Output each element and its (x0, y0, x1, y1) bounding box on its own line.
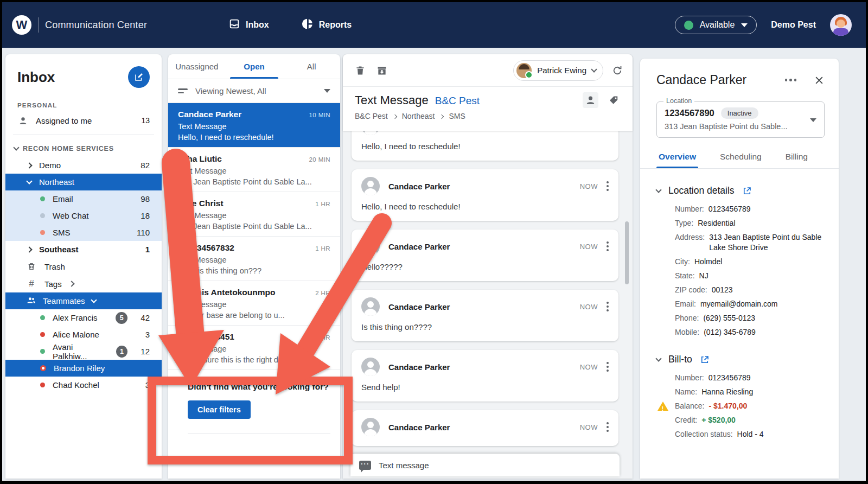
more-options-icon[interactable] (782, 75, 800, 85)
chevron-right-icon (392, 114, 397, 118)
trash-icon (26, 262, 37, 271)
sidebar-item-sms[interactable]: SMS 110 (5, 224, 162, 241)
archive-icon[interactable] (376, 65, 387, 76)
user-avatar[interactable] (830, 14, 852, 36)
bill-to-header[interactable]: Bill-to (656, 354, 825, 365)
tree-label: Northeast (39, 177, 74, 187)
conversation-item[interactable]: Miha Liutic20 MIN Text Message 313 Jean … (168, 148, 340, 192)
breadcrumb-item[interactable]: Northeast (402, 112, 435, 120)
teammate-chad-kochel[interactable]: Chad Kochel 3 (5, 377, 162, 393)
teammate-alex-francis[interactable]: Alex Francis 5 42 (5, 309, 162, 326)
compose-button[interactable] (128, 66, 150, 88)
sidebar-item-tags[interactable]: # Tags (5, 275, 162, 292)
brand: W Communication Center (2, 15, 147, 35)
nav-reports[interactable]: Reports (302, 18, 352, 32)
breadcrumb-item[interactable]: SMS (449, 112, 465, 120)
assignee-dropdown[interactable]: Patrick Ewing (513, 60, 603, 81)
message-card: Candace Parker NOW Hello, I need to resc… (352, 131, 618, 161)
tab-scheduling[interactable]: Scheduling (720, 152, 762, 168)
tree-label: Southeast (39, 245, 79, 254)
location-details-header[interactable]: Location details (656, 185, 825, 196)
location-selector[interactable]: Location 1234567890 Inactive 313 Jean Ba… (656, 101, 825, 138)
message-menu-icon[interactable] (607, 241, 609, 251)
message-menu-icon[interactable] (607, 362, 609, 372)
divider (640, 168, 839, 169)
conversation-item[interactable]: Mike Christ1 HR Text Message 313 Jean Ba… (168, 192, 340, 237)
row-label: Type: (675, 218, 693, 228)
nav-inbox[interactable]: Inbox (228, 18, 269, 32)
chevron-right-icon (26, 246, 32, 252)
chevron-down-icon (741, 23, 748, 27)
external-link-icon[interactable] (742, 186, 752, 196)
tree-count: 98 (141, 194, 150, 203)
row-label: Number: (675, 204, 704, 214)
conversation-preview: I'm not sure this is the right date on..… (178, 355, 330, 364)
clear-filters-button[interactable]: Clear filters (188, 400, 251, 419)
message-composer[interactable]: Text message (350, 454, 620, 476)
row-value: Hanna Riesling (701, 387, 753, 397)
message-sender: Candace Parker (388, 362, 450, 372)
tab-open[interactable]: Open (226, 54, 283, 79)
scrollbar-thumb[interactable] (625, 221, 629, 284)
sidebar-item-northeast[interactable]: Northeast (5, 174, 162, 190)
conversation-item[interactable]: Candace Parker10 MIN Text Message Hello,… (168, 103, 340, 148)
teammate-alice-malone[interactable]: Alice Malone 3 (5, 326, 162, 343)
avatar (361, 131, 380, 135)
sidebar-item-assigned-to-me[interactable]: Assigned to me 13 (5, 112, 162, 129)
warning-icon (658, 402, 668, 411)
sidebar-item-southeast[interactable]: Southeast 1 (5, 241, 162, 258)
tab-all[interactable]: All (283, 54, 340, 79)
conversation-item[interactable]: +187345678321 HR Text Message Hello is t… (168, 237, 340, 281)
message-menu-icon[interactable] (607, 181, 609, 191)
list-filter-dropdown[interactable]: Viewing Newest, All (168, 79, 340, 103)
location-address: 313 Jean Baptiste Point du Sable... (665, 122, 802, 131)
contact-name-title: Candace Parker (656, 73, 746, 87)
close-icon[interactable] (814, 75, 825, 86)
status-dot (40, 332, 45, 337)
conversation-item[interactable]: Giannis Antetokounmpo2 HR Text Message A… (168, 281, 340, 326)
row-label: Address: (675, 232, 705, 253)
teammate-avani-palkhiw[interactable]: Avani Palkhiw... 1 12 (5, 343, 162, 360)
chevron-down-icon (91, 297, 97, 303)
message-menu-icon[interactable] (607, 422, 609, 432)
section-title: Bill-to (668, 354, 692, 365)
breadcrumb-item[interactable]: B&C Pest (355, 112, 388, 120)
email-channel-dot (40, 196, 45, 201)
thread-title: Text Message (355, 93, 429, 107)
tab-unassigned[interactable]: Unassigned (168, 54, 226, 79)
sidebar-item-web-chat[interactable]: Web Chat 18 (5, 207, 162, 224)
row-value: 00123 (712, 285, 733, 295)
availability-dropdown[interactable]: Available (675, 16, 757, 34)
teammate-name: Brandon Riley (54, 364, 105, 373)
tab-overview[interactable]: Overview (659, 152, 696, 168)
contact-icon[interactable] (583, 92, 598, 108)
message-menu-icon[interactable] (607, 302, 609, 311)
org-label: RECON HOME SERVICES (23, 145, 114, 152)
conversation-type: Text Message (178, 122, 330, 131)
user-name: Demo Pest (771, 20, 816, 30)
row-value: 0123456789 (709, 373, 751, 383)
message-time: NOW (580, 423, 598, 431)
sidebar-item-teammates[interactable]: Teammates (5, 292, 162, 309)
row-label: Mobile: (675, 327, 699, 337)
sidebar-item-email[interactable]: Email 98 (5, 190, 162, 207)
assignee-name: Patrick Ewing (537, 66, 586, 75)
sidebar-item-trash[interactable]: Trash (5, 258, 162, 275)
tab-billing[interactable]: Billing (786, 152, 808, 168)
conversation-time: 2 HR (315, 290, 330, 296)
detail-row: Email:myemail@domain.com (675, 299, 825, 309)
delete-conversation-icon[interactable] (355, 65, 366, 76)
teammate-brandon-riley[interactable]: Brandon Riley (5, 360, 162, 377)
sidebar-org-header[interactable]: RECON HOME SERVICES (5, 141, 162, 157)
refresh-icon[interactable] (612, 65, 623, 76)
avatar (361, 237, 380, 256)
tree-label: Teammates (43, 296, 85, 305)
composer-placeholder: Text message (379, 461, 429, 470)
conversation-type: Text Message (178, 345, 330, 353)
tag-icon[interactable] (606, 92, 622, 108)
conversation-item[interactable]: +173645234513 HR Text Message I'm not su… (168, 326, 340, 370)
external-link-icon[interactable] (700, 355, 710, 365)
assignee-avatar (516, 63, 532, 78)
chevron-down-icon (324, 89, 330, 93)
sidebar-item-demo[interactable]: Demo 82 (5, 157, 162, 174)
